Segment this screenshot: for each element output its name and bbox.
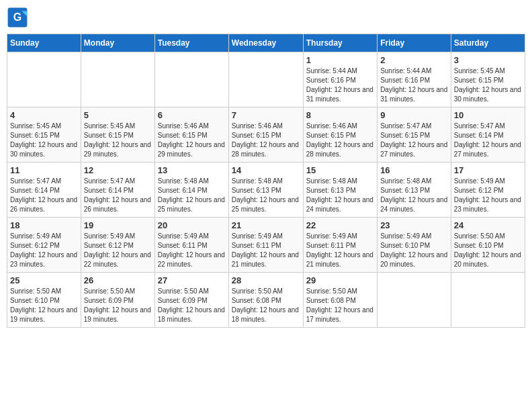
day-cell: 17Sunrise: 5:49 AMSunset: 6:12 PMDayligh… (451, 163, 525, 218)
svg-text:G: G (13, 11, 21, 23)
day-cell: 15Sunrise: 5:48 AMSunset: 6:13 PMDayligh… (303, 163, 377, 218)
day-cell: 27Sunrise: 5:50 AMSunset: 6:09 PMDayligh… (154, 273, 228, 328)
header-cell-monday: Monday (81, 34, 154, 52)
day-info: Sunrise: 5:47 AMSunset: 6:14 PMDaylight:… (84, 177, 152, 214)
calendar-table: SundayMondayTuesdayWednesdayThursdayFrid… (7, 34, 525, 328)
day-info: Sunrise: 5:47 AMSunset: 6:15 PMDaylight:… (380, 122, 448, 159)
day-cell: 9Sunrise: 5:47 AMSunset: 6:15 PMDaylight… (378, 107, 451, 163)
header-row: SundayMondayTuesdayWednesdayThursdayFrid… (7, 34, 525, 52)
day-cell: 19Sunrise: 5:49 AMSunset: 6:12 PMDayligh… (81, 218, 154, 273)
day-number: 9 (380, 110, 448, 120)
day-cell: 12Sunrise: 5:47 AMSunset: 6:14 PMDayligh… (81, 163, 154, 218)
day-info: Sunrise: 5:45 AMSunset: 6:15 PMDaylight:… (10, 122, 78, 159)
day-cell: 21Sunrise: 5:49 AMSunset: 6:11 PMDayligh… (228, 218, 303, 273)
header-cell-friday: Friday (378, 34, 451, 52)
header-cell-sunday: Sunday (7, 34, 81, 52)
day-number: 11 (10, 165, 78, 175)
day-number: 7 (232, 110, 300, 120)
day-number: 22 (306, 220, 374, 230)
week-row-4: 18Sunrise: 5:49 AMSunset: 6:12 PMDayligh… (7, 218, 525, 273)
day-info: Sunrise: 5:48 AMSunset: 6:13 PMDaylight:… (232, 177, 300, 214)
day-info: Sunrise: 5:50 AMSunset: 6:10 PMDaylight:… (10, 287, 78, 324)
day-info: Sunrise: 5:45 AMSunset: 6:15 PMDaylight:… (454, 66, 522, 104)
day-number: 23 (380, 220, 448, 230)
day-info: Sunrise: 5:50 AMSunset: 6:08 PMDaylight:… (306, 287, 374, 324)
day-cell: 29Sunrise: 5:50 AMSunset: 6:08 PMDayligh… (303, 273, 377, 328)
day-info: Sunrise: 5:46 AMSunset: 6:15 PMDaylight:… (158, 122, 226, 159)
day-cell (81, 52, 154, 107)
day-cell: 22Sunrise: 5:49 AMSunset: 6:11 PMDayligh… (303, 218, 377, 273)
week-row-2: 4Sunrise: 5:45 AMSunset: 6:15 PMDaylight… (7, 107, 525, 163)
day-cell (378, 273, 451, 328)
day-number: 2 (380, 55, 448, 65)
calendar-header: SundayMondayTuesdayWednesdayThursdayFrid… (7, 34, 525, 52)
day-info: Sunrise: 5:48 AMSunset: 6:13 PMDaylight:… (306, 177, 374, 214)
day-info: Sunrise: 5:49 AMSunset: 6:12 PMDaylight:… (454, 177, 522, 214)
day-info: Sunrise: 5:48 AMSunset: 6:13 PMDaylight:… (380, 177, 448, 214)
day-cell: 24Sunrise: 5:50 AMSunset: 6:10 PMDayligh… (451, 218, 525, 273)
day-cell (451, 273, 525, 328)
day-number: 6 (158, 110, 226, 120)
day-info: Sunrise: 5:47 AMSunset: 6:14 PMDaylight:… (454, 122, 522, 159)
day-cell: 23Sunrise: 5:49 AMSunset: 6:10 PMDayligh… (378, 218, 451, 273)
day-cell: 25Sunrise: 5:50 AMSunset: 6:10 PMDayligh… (7, 273, 81, 328)
day-cell: 14Sunrise: 5:48 AMSunset: 6:13 PMDayligh… (228, 163, 303, 218)
day-info: Sunrise: 5:49 AMSunset: 6:11 PMDaylight:… (232, 232, 300, 269)
day-cell: 4Sunrise: 5:45 AMSunset: 6:15 PMDaylight… (7, 107, 81, 163)
logo: G (7, 7, 31, 28)
day-info: Sunrise: 5:50 AMSunset: 6:09 PMDaylight:… (158, 287, 226, 324)
day-cell: 13Sunrise: 5:48 AMSunset: 6:14 PMDayligh… (154, 163, 228, 218)
day-cell: 11Sunrise: 5:47 AMSunset: 6:14 PMDayligh… (7, 163, 81, 218)
day-info: Sunrise: 5:49 AMSunset: 6:12 PMDaylight:… (84, 232, 152, 269)
day-number: 29 (306, 275, 374, 285)
day-info: Sunrise: 5:49 AMSunset: 6:11 PMDaylight:… (158, 232, 226, 269)
day-info: Sunrise: 5:50 AMSunset: 6:10 PMDaylight:… (454, 232, 522, 269)
day-info: Sunrise: 5:48 AMSunset: 6:14 PMDaylight:… (158, 177, 226, 214)
day-info: Sunrise: 5:47 AMSunset: 6:14 PMDaylight:… (10, 177, 78, 214)
day-cell: 3Sunrise: 5:45 AMSunset: 6:15 PMDaylight… (451, 52, 525, 107)
day-info: Sunrise: 5:49 AMSunset: 6:12 PMDaylight:… (10, 232, 78, 269)
day-number: 14 (232, 165, 300, 175)
day-cell: 10Sunrise: 5:47 AMSunset: 6:14 PMDayligh… (451, 107, 525, 163)
day-number: 28 (232, 275, 300, 285)
week-row-1: 1Sunrise: 5:44 AMSunset: 6:16 PMDaylight… (7, 52, 525, 107)
day-number: 20 (158, 220, 226, 230)
day-cell: 1Sunrise: 5:44 AMSunset: 6:16 PMDaylight… (303, 52, 377, 107)
day-number: 15 (306, 165, 374, 175)
logo-icon: G (7, 7, 28, 28)
day-cell: 18Sunrise: 5:49 AMSunset: 6:12 PMDayligh… (7, 218, 81, 273)
day-cell: 7Sunrise: 5:46 AMSunset: 6:15 PMDaylight… (228, 107, 303, 163)
day-number: 8 (306, 110, 374, 120)
day-cell: 26Sunrise: 5:50 AMSunset: 6:09 PMDayligh… (81, 273, 154, 328)
day-number: 12 (84, 165, 152, 175)
day-cell (228, 52, 303, 107)
day-cell: 2Sunrise: 5:44 AMSunset: 6:16 PMDaylight… (378, 52, 451, 107)
day-cell: 5Sunrise: 5:45 AMSunset: 6:15 PMDaylight… (81, 107, 154, 163)
day-number: 5 (84, 110, 152, 120)
day-info: Sunrise: 5:45 AMSunset: 6:15 PMDaylight:… (84, 122, 152, 159)
day-number: 26 (84, 275, 152, 285)
day-cell: 8Sunrise: 5:46 AMSunset: 6:15 PMDaylight… (303, 107, 377, 163)
day-info: Sunrise: 5:44 AMSunset: 6:16 PMDaylight:… (306, 66, 374, 104)
day-number: 1 (306, 55, 374, 65)
day-number: 3 (454, 55, 522, 65)
day-info: Sunrise: 5:44 AMSunset: 6:16 PMDaylight:… (380, 66, 448, 104)
week-row-3: 11Sunrise: 5:47 AMSunset: 6:14 PMDayligh… (7, 163, 525, 218)
header-cell-thursday: Thursday (303, 34, 377, 52)
day-number: 10 (454, 110, 522, 120)
day-cell: 20Sunrise: 5:49 AMSunset: 6:11 PMDayligh… (154, 218, 228, 273)
page-header: G (7, 7, 525, 28)
day-number: 27 (158, 275, 226, 285)
day-cell: 6Sunrise: 5:46 AMSunset: 6:15 PMDaylight… (154, 107, 228, 163)
day-number: 13 (158, 165, 226, 175)
day-cell: 28Sunrise: 5:50 AMSunset: 6:08 PMDayligh… (228, 273, 303, 328)
day-info: Sunrise: 5:50 AMSunset: 6:09 PMDaylight:… (84, 287, 152, 324)
week-row-5: 25Sunrise: 5:50 AMSunset: 6:10 PMDayligh… (7, 273, 525, 328)
calendar-body: 1Sunrise: 5:44 AMSunset: 6:16 PMDaylight… (7, 52, 525, 328)
day-number: 16 (380, 165, 448, 175)
day-number: 25 (10, 275, 78, 285)
day-number: 19 (84, 220, 152, 230)
day-number: 21 (232, 220, 300, 230)
day-info: Sunrise: 5:46 AMSunset: 6:15 PMDaylight:… (306, 122, 374, 159)
header-cell-tuesday: Tuesday (154, 34, 228, 52)
